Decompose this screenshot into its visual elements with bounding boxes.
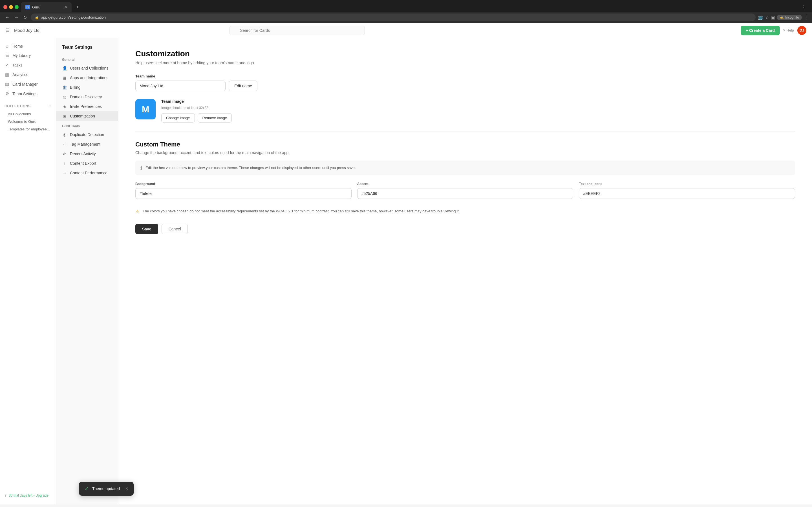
change-image-button[interactable]: Change image: [161, 113, 195, 122]
sidebar-item-analytics[interactable]: ▦ Analytics: [0, 70, 56, 79]
browser-tab[interactable]: G Guru ×: [21, 2, 71, 12]
create-card-button[interactable]: + Create a Card: [741, 25, 780, 35]
collections-list: All Collections Welcome to Guru Template…: [0, 110, 56, 133]
activity-icon: ⟳: [62, 152, 67, 156]
team-name-row: Edit name: [135, 80, 795, 91]
top-navigation: ☰ Mood Joy Ltd 🔍 + Create a Card ? Help …: [0, 23, 812, 38]
settings-nav-customization[interactable]: ◉ Customization: [56, 111, 118, 121]
back-button[interactable]: ←: [3, 13, 11, 21]
sidebar-item-team-settings[interactable]: ⚙ Team Settings: [0, 89, 56, 99]
settings-nav-label-domain: Domain Discovery: [70, 95, 102, 99]
page-subtitle: Help users feel more at home by adding y…: [135, 61, 795, 65]
team-avatar: M: [135, 99, 156, 119]
tab-favicon: G: [26, 5, 30, 9]
add-collection-button[interactable]: +: [49, 103, 52, 109]
window-close[interactable]: [3, 5, 7, 9]
avatar[interactable]: DJ: [797, 26, 806, 35]
customization-icon: ◉: [62, 114, 67, 118]
sidebar-item-card-manager[interactable]: ▤ Card Manager: [0, 79, 56, 89]
custom-theme-subtitle: Change the background, accent, and text …: [135, 151, 795, 155]
team-settings-icon: ⚙: [4, 91, 10, 96]
settings-content: Customization Help users feel more at ho…: [118, 38, 812, 504]
settings-nav-apps[interactable]: ▦ Apps and Integrations: [56, 73, 118, 82]
text-icons-input[interactable]: [579, 188, 795, 199]
sidebar-label-team-settings: Team Settings: [12, 92, 38, 96]
toast-message: Theme updated: [92, 487, 120, 491]
domain-icon: ◎: [62, 95, 67, 99]
card-manager-icon: ▤: [4, 82, 10, 87]
remove-image-button[interactable]: Remove image: [198, 113, 232, 122]
cancel-button[interactable]: Cancel: [161, 224, 188, 234]
settings-nav-domain[interactable]: ◎ Domain Discovery: [56, 92, 118, 102]
settings-nav-performance[interactable]: ╍ Content Performance: [56, 168, 118, 178]
text-icons-field: Text and icons: [579, 182, 795, 199]
save-button[interactable]: Save: [135, 224, 158, 234]
color-fields: Background Accent Text and icons: [135, 182, 795, 199]
warning-text: The colors you have chosen do not meet t…: [143, 209, 460, 214]
team-image-section: M Team image Image should be at least 32…: [135, 99, 795, 122]
users-icon: 👤: [62, 66, 67, 70]
sidebar-item-tasks[interactable]: ✓ Tasks: [0, 60, 56, 70]
text-icons-label: Text and icons: [579, 182, 795, 186]
tab-close-icon[interactable]: ×: [64, 4, 67, 10]
settings-nav-export[interactable]: ↑ Content Export: [56, 159, 118, 168]
new-tab-button[interactable]: +: [74, 3, 82, 11]
info-box: ℹ Edit the hex values below to preview y…: [135, 161, 795, 175]
collection-item-welcome[interactable]: Welcome to Guru: [0, 118, 56, 125]
guru-tools-section-label: Guru Tools: [56, 121, 118, 130]
sidebar-toggle-icon[interactable]: ▣: [771, 15, 775, 20]
settings-nav-tags[interactable]: ▭ Tag Management: [56, 139, 118, 149]
accent-input[interactable]: [357, 188, 573, 199]
sidebar-label-card-manager: Card Manager: [12, 82, 38, 87]
settings-nav-label-customization: Customization: [70, 114, 95, 118]
background-input[interactable]: [135, 188, 352, 199]
library-icon: ☰: [4, 53, 10, 58]
analytics-icon: ▦: [4, 72, 10, 77]
settings-nav-label-performance: Content Performance: [70, 171, 107, 175]
settings-nav-duplicate[interactable]: ◎ Duplicate Detection: [56, 130, 118, 139]
search-input[interactable]: [230, 25, 365, 35]
sidebar-label-home: Home: [12, 44, 23, 48]
url-display: app.getguru.com/settings/customization: [41, 15, 106, 19]
settings-nav-activity[interactable]: ⟳ Recent Activity: [56, 149, 118, 159]
hamburger-icon[interactable]: ☰: [6, 27, 10, 33]
trial-icon: ↑: [4, 493, 6, 498]
settings-nav-billing[interactable]: 🏦 Billing: [56, 82, 118, 92]
custom-theme-title: Custom Theme: [135, 141, 795, 148]
section-divider: [135, 131, 795, 132]
forward-button[interactable]: →: [12, 13, 20, 21]
toast-notification: ✓ Theme updated ×: [79, 482, 134, 496]
logo-text: Mood Joy Ltd: [14, 28, 40, 33]
sidebar-item-library[interactable]: ☰ My Library: [0, 51, 56, 60]
help-label: Help: [786, 28, 794, 33]
collection-item-all[interactable]: All Collections: [0, 110, 56, 118]
bookmark-icon[interactable]: ☆: [765, 15, 769, 20]
lock-icon: 🔒: [35, 15, 39, 19]
sidebar-item-home[interactable]: ⌂ Home: [0, 41, 56, 51]
refresh-button[interactable]: ↻: [21, 13, 29, 21]
settings-nav-invite[interactable]: ◈ Invite Preferences: [56, 102, 118, 111]
window-maximize[interactable]: [15, 5, 18, 9]
team-name-section: Team name Edit name: [135, 74, 795, 91]
settings-nav-users-collections[interactable]: 👤 Users and Collections: [56, 63, 118, 73]
toast-check-icon: ✓: [85, 486, 89, 492]
help-button[interactable]: ? Help: [783, 28, 794, 33]
background-field: Background: [135, 182, 352, 199]
browser-menu-icon[interactable]: ⋮: [801, 4, 809, 10]
cast-icon: 📺: [758, 15, 763, 20]
edit-name-button[interactable]: Edit name: [229, 80, 257, 91]
window-minimize[interactable]: [9, 5, 13, 9]
main-content: Team Settings General 👤 Users and Collec…: [56, 38, 812, 504]
tags-icon: ▭: [62, 142, 67, 147]
toast-close-button[interactable]: ×: [125, 486, 128, 491]
trial-bar[interactable]: ↑ 30 trial days left • Upgrade: [0, 490, 56, 501]
general-section-label: General: [56, 54, 118, 63]
team-name-input[interactable]: [135, 80, 225, 91]
collection-item-templates[interactable]: Templates for employee...: [0, 125, 56, 133]
duplicate-icon: ◎: [62, 132, 67, 137]
sidebar-label-analytics: Analytics: [12, 72, 28, 77]
settings-nav-label-export: Content Export: [70, 161, 96, 166]
browser-more-icon[interactable]: ⋮: [804, 14, 809, 20]
app-logo: Mood Joy Ltd: [14, 28, 40, 33]
accent-label: Accent: [357, 182, 573, 186]
